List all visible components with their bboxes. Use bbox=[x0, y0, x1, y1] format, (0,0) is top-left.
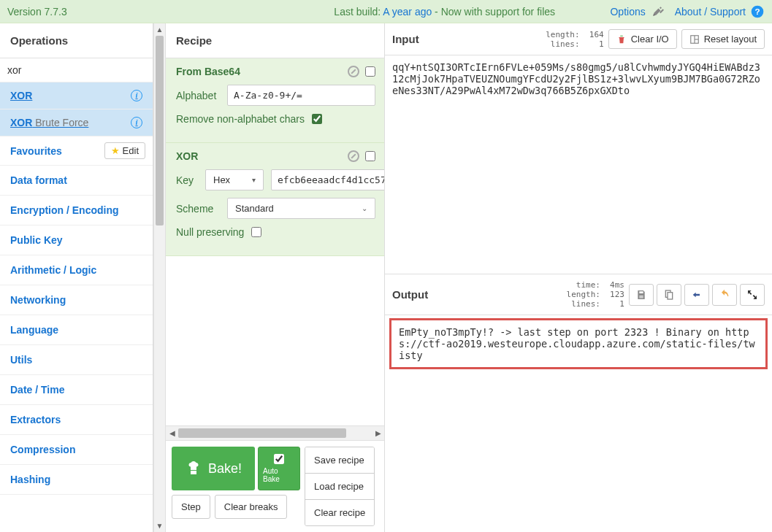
svg-rect-6 bbox=[639, 295, 643, 298]
chef-icon bbox=[185, 460, 202, 477]
scheme-label: Scheme bbox=[176, 203, 220, 215]
top-banner: Version 7.7.3 Last build: A year ago - N… bbox=[0, 0, 772, 23]
move-output-to-input-button[interactable] bbox=[684, 284, 709, 306]
save-icon bbox=[635, 289, 647, 301]
recipe-controls: Bake! Auto Bake Step Clear breaks Save r… bbox=[166, 440, 384, 532]
key-label: Key bbox=[176, 174, 198, 186]
io-column: Input length: 164 lines: 1 Clear I/O Res… bbox=[385, 23, 772, 532]
chevron-down-icon: ⌄ bbox=[362, 204, 367, 212]
settings-icon[interactable] bbox=[650, 4, 665, 19]
op-result-xor[interactable]: XOR i bbox=[0, 82, 153, 109]
scroll-up-icon[interactable]: ▲ bbox=[154, 23, 165, 36]
layout-icon bbox=[689, 34, 700, 45]
key-type-select[interactable]: Hex▾ bbox=[205, 169, 264, 190]
undo-icon bbox=[719, 289, 730, 301]
clear-breaks-button[interactable]: Clear breaks bbox=[215, 495, 288, 519]
scroll-left-icon[interactable]: ◀ bbox=[166, 429, 178, 437]
scroll-right-icon[interactable]: ▶ bbox=[372, 429, 384, 437]
info-icon[interactable]: i bbox=[131, 117, 142, 128]
recipe-op-xor[interactable]: XOR Key Hex▾ Scheme Standard bbox=[166, 143, 384, 256]
reset-layout-button[interactable]: Reset layout bbox=[681, 29, 765, 49]
category-compression[interactable]: Compression bbox=[0, 435, 153, 465]
auto-bake-checkbox[interactable] bbox=[274, 454, 284, 464]
recipe-h-scrollbar[interactable]: ◀ ▶ bbox=[166, 425, 384, 440]
clear-recipe-button[interactable]: Clear recipe bbox=[305, 500, 374, 525]
category-networking[interactable]: Networking bbox=[0, 285, 153, 315]
disable-op-icon[interactable] bbox=[348, 150, 359, 162]
about-link[interactable]: About / Support bbox=[675, 6, 746, 18]
bake-button[interactable]: Bake! bbox=[172, 447, 255, 490]
star-icon: ★ bbox=[111, 145, 120, 156]
favourites-category[interactable]: Favourites ★ Edit bbox=[0, 136, 153, 166]
maximize-icon bbox=[746, 289, 758, 301]
options-link[interactable]: Options bbox=[610, 6, 645, 18]
scroll-down-icon[interactable]: ▼ bbox=[154, 520, 165, 532]
edit-favourites-button[interactable]: ★ Edit bbox=[104, 142, 145, 159]
input-header: Input length: 164 lines: 1 Clear I/O Res… bbox=[385, 23, 772, 55]
auto-bake-toggle[interactable]: Auto Bake bbox=[258, 447, 300, 490]
undo-button[interactable] bbox=[712, 284, 737, 306]
input-title: Input bbox=[392, 33, 419, 45]
trash-icon bbox=[616, 34, 627, 45]
category-extractors[interactable]: Extractors bbox=[0, 405, 153, 435]
chevron-down-icon: ▾ bbox=[252, 176, 256, 184]
load-recipe-button[interactable]: Load recipe bbox=[305, 474, 374, 500]
category-public-key[interactable]: Public Key bbox=[0, 225, 153, 255]
input-stats: length: 164 lines: 1 bbox=[546, 30, 603, 49]
input-textarea[interactable] bbox=[385, 55, 772, 274]
category-data-format[interactable]: Data format bbox=[0, 166, 153, 196]
help-icon[interactable]: ? bbox=[750, 4, 765, 19]
info-icon[interactable]: i bbox=[131, 90, 142, 101]
step-button[interactable]: Step bbox=[172, 495, 210, 519]
output-title: Output bbox=[392, 288, 428, 301]
category-hashing[interactable]: Hashing bbox=[0, 465, 153, 495]
copy-icon bbox=[663, 289, 675, 301]
svg-text:?: ? bbox=[754, 7, 760, 16]
svg-point-0 bbox=[653, 14, 654, 15]
recipe-title: Recipe bbox=[166, 23, 384, 58]
op-name-label: XOR bbox=[176, 150, 198, 162]
scroll-thumb[interactable] bbox=[178, 428, 346, 438]
build-notice: Last build: A year ago - Now with suppor… bbox=[285, 6, 604, 18]
recipe-op-from-base64[interactable]: From Base64 Alphabet Remove non-alphabet… bbox=[166, 58, 384, 143]
clear-io-button[interactable]: Clear I/O bbox=[608, 29, 677, 49]
category-utils[interactable]: Utils bbox=[0, 345, 153, 375]
category-arithmetic[interactable]: Arithmetic / Logic bbox=[0, 255, 153, 285]
op-name-label: From Base64 bbox=[176, 66, 240, 77]
output-text[interactable]: EmPty_noT3mpTy!? -> last step on port 23… bbox=[389, 318, 768, 369]
search-input[interactable] bbox=[7, 64, 145, 76]
alphabet-label: Alphabet bbox=[176, 90, 220, 101]
category-encryption[interactable]: Encryption / Encoding bbox=[0, 196, 153, 225]
category-language[interactable]: Language bbox=[0, 315, 153, 345]
scheme-select[interactable]: Standard⌄ bbox=[227, 198, 375, 219]
maximize-button[interactable] bbox=[740, 284, 765, 306]
build-link[interactable]: A year ago bbox=[383, 6, 432, 18]
save-output-button[interactable] bbox=[629, 284, 654, 306]
breakpoint-checkbox[interactable] bbox=[365, 151, 375, 161]
remove-non-alpha-label: Remove non-alphabet chars bbox=[176, 113, 305, 125]
null-preserving-checkbox[interactable] bbox=[251, 227, 261, 237]
operations-column: Operations XOR i XOR Brute Force i Favou… bbox=[0, 23, 153, 532]
operations-scrollbar[interactable]: ▲ ▼ bbox=[153, 23, 166, 532]
output-header: Output time: 4ms length: 123 lines: 1 bbox=[385, 274, 772, 315]
svg-rect-8 bbox=[668, 292, 673, 298]
category-datetime[interactable]: Date / Time bbox=[0, 375, 153, 405]
op-result-xor-brute[interactable]: XOR Brute Force i bbox=[0, 109, 153, 136]
null-preserving-label: Null preserving bbox=[176, 226, 244, 238]
scroll-thumb[interactable] bbox=[156, 36, 164, 225]
key-value-input[interactable] bbox=[271, 169, 384, 190]
version-label: Version 7.7.3 bbox=[7, 6, 285, 18]
save-recipe-button[interactable]: Save recipe bbox=[305, 447, 374, 474]
disable-op-icon[interactable] bbox=[348, 66, 359, 77]
operations-title: Operations bbox=[0, 23, 153, 58]
output-stats: time: 4ms length: 123 lines: 1 bbox=[567, 280, 624, 309]
remove-non-alpha-checkbox[interactable] bbox=[312, 114, 322, 124]
recipe-column: Recipe From Base64 Alphabet Remove non-a… bbox=[166, 23, 385, 532]
transfer-icon bbox=[691, 289, 703, 301]
copy-output-button[interactable] bbox=[657, 284, 681, 306]
recipe-list: From Base64 Alphabet Remove non-alphabet… bbox=[166, 58, 384, 425]
breakpoint-checkbox[interactable] bbox=[365, 66, 375, 77]
alphabet-input[interactable] bbox=[227, 85, 375, 106]
